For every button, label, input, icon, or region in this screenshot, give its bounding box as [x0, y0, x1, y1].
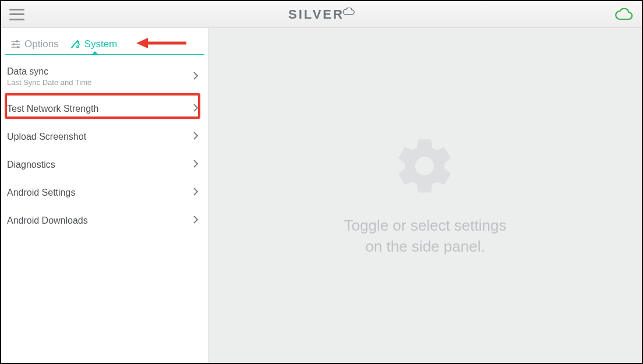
chevron-right-icon — [193, 131, 199, 143]
list-item-test-network[interactable]: Test Network Strength — [1, 95, 208, 123]
tab-options[interactable]: Options — [6, 33, 66, 55]
menu-button[interactable] — [9, 9, 24, 20]
top-bar: SILVER — [1, 1, 642, 28]
chevron-right-icon — [193, 215, 199, 227]
svg-rect-5 — [17, 46, 19, 48]
system-icon — [70, 39, 81, 50]
tab-bar: Options System — [1, 28, 208, 55]
list-item-data-sync[interactable]: Data sync Last Sync Date and Time — [1, 58, 208, 95]
list-item-title: Android Settings — [7, 188, 75, 198]
main-content: Toggle or select settings on the side pa… — [209, 28, 642, 363]
tab-system-label: System — [84, 38, 118, 50]
list-item-android-downloads[interactable]: Android Downloads — [1, 207, 208, 235]
svg-rect-3 — [16, 40, 18, 42]
tab-underline — [5, 54, 204, 55]
list-item-upload-screenshot[interactable]: Upload Screenshot — [1, 123, 208, 151]
list-item-title: Upload Screenshot — [7, 132, 86, 142]
list-item-android-settings[interactable]: Android Settings — [1, 179, 208, 207]
list-item-title: Diagnostics — [7, 160, 55, 170]
chevron-right-icon — [193, 71, 199, 83]
chevron-right-icon — [193, 103, 199, 115]
cloud-icon — [614, 8, 634, 21]
placeholder-line-2: on the side panel. — [344, 236, 507, 257]
brand-logo: SILVER — [288, 7, 355, 22]
gear-icon — [393, 134, 457, 198]
settings-list: Data sync Last Sync Date and Time Test N… — [1, 55, 208, 235]
side-panel: Options System Data sync Last Sync Date … — [1, 28, 209, 363]
list-item-subtitle: Last Sync Date and Time — [7, 78, 91, 87]
tab-system[interactable]: System — [66, 33, 125, 55]
placeholder: Toggle or select settings on the side pa… — [344, 134, 507, 256]
brand-cloud-icon — [342, 8, 355, 16]
list-item-title: Test Network Strength — [7, 104, 98, 114]
svg-rect-4 — [13, 43, 15, 45]
svg-point-7 — [77, 46, 78, 47]
placeholder-line-1: Toggle or select settings — [344, 215, 507, 236]
chevron-right-icon — [193, 159, 199, 171]
list-item-title: Android Downloads — [7, 215, 88, 226]
list-item-title: Data sync — [7, 66, 91, 77]
brand-text: SILVER — [288, 7, 344, 22]
chevron-right-icon — [193, 187, 199, 199]
sliders-icon — [10, 39, 21, 50]
list-item-diagnostics[interactable]: Diagnostics — [1, 151, 208, 179]
cloud-status-button[interactable] — [614, 8, 634, 21]
tab-options-label: Options — [24, 38, 59, 50]
